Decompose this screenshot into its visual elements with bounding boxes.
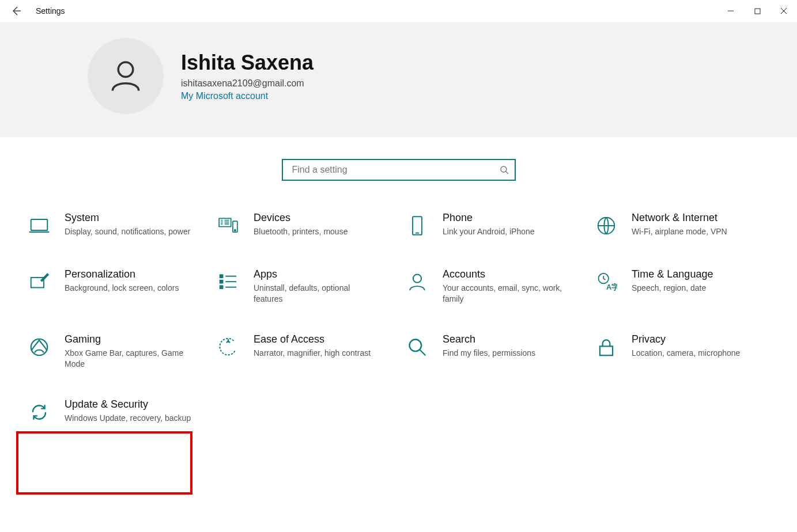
tile-personalization[interactable]: Personalization Background, lock screen,… [22, 265, 211, 308]
tile-title: System [65, 212, 190, 224]
tile-desc: Wi-Fi, airplane mode, VPN [632, 226, 727, 237]
minimize-button[interactable] [717, 2, 744, 20]
profile-email: ishitasaxena2109@gmail.com [181, 78, 313, 89]
ease-of-access-icon [217, 336, 239, 358]
tile-desc: Location, camera, microphone [632, 348, 740, 359]
close-button[interactable] [770, 2, 797, 20]
svg-point-6 [235, 230, 236, 231]
tile-title: Personalization [65, 268, 179, 280]
tile-desc: Windows Update, recovery, backup [65, 413, 191, 424]
titlebar: Settings [0, 0, 797, 22]
svg-rect-10 [220, 275, 223, 278]
avatar[interactable] [88, 38, 164, 114]
tile-accounts[interactable]: Accounts Your accounts, email, sync, wor… [400, 265, 589, 308]
tile-desc: Your accounts, email, sync, work, family [443, 283, 569, 305]
tile-search[interactable]: Search Find my files, permissions [400, 330, 589, 373]
svg-rect-3 [31, 219, 48, 230]
tile-system[interactable]: System Display, sound, notifications, po… [22, 208, 211, 243]
time-language-icon: A字 [595, 271, 617, 293]
tile-title: Devices [254, 212, 347, 224]
tile-desc: Narrator, magnifier, high contrast [254, 348, 371, 359]
tile-devices[interactable]: Devices Bluetooth, printers, mouse [211, 208, 400, 243]
arrow-left-icon [10, 5, 22, 17]
gaming-icon [28, 336, 50, 358]
svg-rect-12 [220, 286, 223, 288]
accounts-icon [406, 271, 428, 293]
update-icon [28, 401, 50, 423]
search-icon [500, 165, 509, 174]
tile-title: Phone [443, 212, 535, 224]
microsoft-account-link[interactable]: My Microsoft account [181, 91, 268, 101]
tile-title: Update & Security [65, 398, 191, 411]
profile-header: Ishita Saxena ishitasaxena2109@gmail.com… [0, 22, 797, 137]
person-icon [106, 56, 145, 96]
apps-icon [217, 271, 239, 293]
app-title: Settings [36, 6, 65, 16]
tile-title: Privacy [632, 333, 740, 345]
svg-text:A字: A字 [606, 283, 617, 291]
settings-grid: System Display, sound, notifications, po… [0, 208, 797, 447]
profile-name: Ishita Saxena [181, 51, 313, 75]
tile-desc: Xbox Game Bar, captures, Game Mode [65, 348, 191, 370]
tile-desc: Link your Android, iPhone [443, 226, 535, 237]
tile-apps[interactable]: Apps Uninstall, defaults, optional featu… [211, 265, 400, 308]
tile-title: Apps [254, 268, 380, 280]
svg-rect-18 [600, 346, 613, 355]
minimize-icon [727, 7, 734, 14]
search-box[interactable] [282, 159, 516, 181]
tile-update-security[interactable]: Update & Security Windows Update, recove… [22, 395, 211, 430]
tile-desc: Display, sound, notifications, power [65, 226, 190, 237]
tile-gaming[interactable]: Gaming Xbox Game Bar, captures, Game Mod… [22, 330, 211, 373]
devices-icon [217, 215, 239, 237]
svg-point-17 [410, 339, 422, 351]
maximize-icon [754, 8, 761, 14]
system-icon [28, 215, 50, 237]
tile-title: Time & Language [632, 268, 713, 280]
tile-title: Ease of Access [254, 333, 371, 345]
svg-rect-11 [220, 280, 223, 283]
search-input[interactable] [291, 164, 500, 176]
tile-title: Gaming [65, 333, 191, 345]
svg-point-1 [118, 62, 133, 77]
back-button[interactable] [8, 3, 24, 19]
tile-desc: Find my files, permissions [443, 348, 535, 359]
tile-title: Accounts [443, 268, 569, 280]
maximize-button[interactable] [744, 2, 770, 20]
tile-network[interactable]: Network & Internet Wi-Fi, airplane mode,… [589, 208, 778, 243]
svg-rect-0 [755, 9, 760, 14]
close-icon [780, 7, 787, 14]
lock-icon [595, 336, 617, 358]
tile-desc: Bluetooth, printers, mouse [254, 226, 347, 237]
tile-privacy[interactable]: Privacy Location, camera, microphone [589, 330, 778, 373]
svg-point-13 [413, 275, 421, 283]
tile-time-language[interactable]: A字 Time & Language Speech, region, date [589, 265, 778, 308]
search-tile-icon [406, 336, 428, 358]
tile-desc: Speech, region, date [632, 283, 713, 294]
svg-rect-7 [413, 216, 422, 235]
phone-icon [406, 215, 428, 237]
tile-title: Network & Internet [632, 212, 727, 224]
tile-desc: Background, lock screen, colors [65, 283, 179, 294]
personalization-icon [28, 271, 50, 293]
tile-ease-of-access[interactable]: Ease of Access Narrator, magnifier, high… [211, 330, 400, 373]
globe-icon [595, 215, 617, 237]
svg-point-2 [501, 166, 507, 172]
tile-title: Search [443, 333, 535, 345]
tile-phone[interactable]: Phone Link your Android, iPhone [400, 208, 589, 243]
tile-desc: Uninstall, defaults, optional features [254, 283, 380, 305]
